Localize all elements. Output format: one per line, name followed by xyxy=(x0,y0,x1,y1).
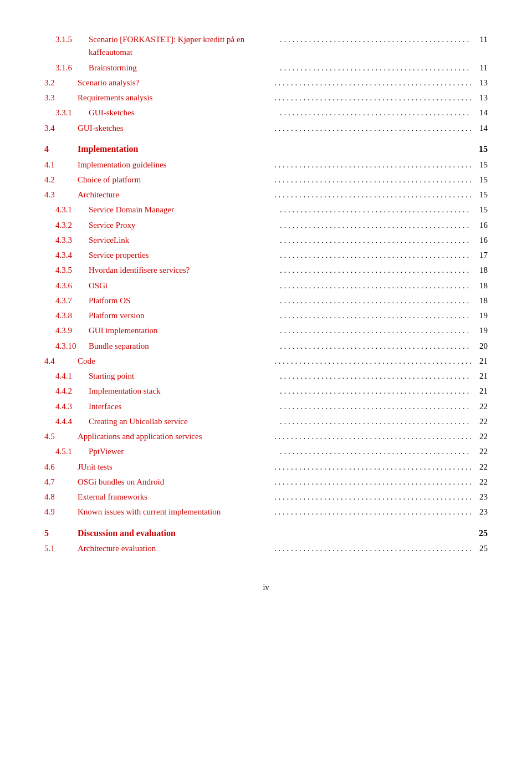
toc-dots-32 xyxy=(274,77,471,89)
toc-page-442: 21 xyxy=(471,385,488,398)
toc-page-432: 16 xyxy=(471,219,488,232)
toc-page-434: 17 xyxy=(471,249,488,262)
toc-number-439: 4.3.9 xyxy=(44,324,89,337)
toc-entry-315: 3.1.5 Scenario [FORKASTET]: Kjøper kredi… xyxy=(44,33,488,59)
toc-entry-435: 4.3.5 Hvordan identifisere services? 18 xyxy=(44,264,488,277)
toc-title-451: PptViewer xyxy=(89,445,280,458)
toc-entry-34: 3.4 GUI-sketches 14 xyxy=(44,122,488,135)
toc-number-433: 4.3.3 xyxy=(44,234,89,247)
toc-entry-41: 4.1 Implementation guidelines 15 xyxy=(44,159,488,171)
toc-number-438: 4.3.8 xyxy=(44,309,89,322)
page-label: iv xyxy=(44,583,488,592)
toc-entry-439: 4.3.9 GUI implementation 19 xyxy=(44,324,488,337)
toc-dots-33 xyxy=(274,91,471,104)
toc-entry-433: 4.3.3 ServiceLink 16 xyxy=(44,234,488,247)
toc-number-42: 4.2 xyxy=(44,174,78,186)
toc-page-439: 19 xyxy=(471,324,488,337)
toc-title-51: Architecture evaluation xyxy=(78,542,274,555)
toc-section-5: 5 Discussion and evaluation 25 xyxy=(44,527,488,541)
toc-entry-431: 4.3.1 Service Domain Manager 15 xyxy=(44,203,488,216)
toc-number-47: 4.7 xyxy=(44,476,78,488)
toc-title-4310: Bundle separation xyxy=(89,340,280,353)
toc-page-49: 23 xyxy=(471,506,488,518)
toc-entry-49: 4.9 Known issues with current implementa… xyxy=(44,506,488,518)
toc-number-437: 4.3.7 xyxy=(44,294,89,307)
section-5-page: 25 xyxy=(471,527,488,541)
toc-page-4310: 20 xyxy=(471,340,488,353)
toc-title-441: Starting point xyxy=(89,370,280,383)
toc-number-43: 4.3 xyxy=(44,189,78,201)
toc-page-47: 22 xyxy=(471,476,488,488)
toc-number-431: 4.3.1 xyxy=(44,203,89,216)
toc-title-331: GUI-sketches xyxy=(89,106,280,119)
toc-title-443: Interfaces xyxy=(89,400,280,413)
toc-page-43: 15 xyxy=(471,189,488,201)
toc-entry-432: 4.3.2 Service Proxy 16 xyxy=(44,219,488,232)
toc-number-432: 4.3.2 xyxy=(44,219,89,232)
toc-page-42: 15 xyxy=(471,174,488,186)
toc-number-41: 4.1 xyxy=(44,159,78,171)
toc-dots-42 xyxy=(274,174,471,186)
toc-dots-433 xyxy=(280,234,471,247)
toc-page-441: 21 xyxy=(471,370,488,383)
toc-entry-437: 4.3.7 Platform OS 18 xyxy=(44,294,488,307)
toc-number-316: 3.1.6 xyxy=(44,62,89,74)
toc-number-442: 4.4.2 xyxy=(44,385,89,398)
toc-title-444: Creating an Ubicollab service xyxy=(89,415,280,428)
toc-entry-444: 4.4.4 Creating an Ubicollab service 22 xyxy=(44,415,488,428)
toc-title-432: Service Proxy xyxy=(89,219,280,232)
toc-title-41: Implementation guidelines xyxy=(78,159,274,171)
toc-number-33: 3.3 xyxy=(44,91,78,104)
toc-dots-431 xyxy=(280,203,471,216)
toc-page-32: 13 xyxy=(471,77,488,89)
toc-title-316: Brainstorming xyxy=(89,62,280,74)
toc-number-315: 3.1.5 xyxy=(44,33,89,46)
toc-title-48: External frameworks xyxy=(78,491,274,503)
toc-page-443: 22 xyxy=(471,400,488,413)
toc-dots-45 xyxy=(274,430,471,443)
toc-title-47: OSGi bundles on Android xyxy=(78,476,274,488)
toc-entry-32: 3.2 Scenario analysis? 13 xyxy=(44,77,488,89)
toc-page-331: 14 xyxy=(471,106,488,119)
toc-title-49: Known issues with current implementation xyxy=(78,506,274,518)
toc-title-431: Service Domain Manager xyxy=(89,203,280,216)
toc-dots-43 xyxy=(274,189,471,201)
toc-page-33: 13 xyxy=(471,91,488,104)
toc-number-443: 4.4.3 xyxy=(44,400,89,413)
toc-title-315: Scenario [FORKASTET]: Kjøper kreditt på … xyxy=(89,33,280,59)
toc-title-437: Platform OS xyxy=(89,294,280,307)
toc-dots-46 xyxy=(274,461,471,473)
toc-entry-51: 5.1 Architecture evaluation 25 xyxy=(44,542,488,555)
toc-dots-451 xyxy=(280,445,471,458)
toc-number-444: 4.4.4 xyxy=(44,415,89,428)
toc-page-48: 23 xyxy=(471,491,488,503)
toc-number-49: 4.9 xyxy=(44,506,78,518)
toc-dots-437 xyxy=(280,294,471,307)
toc-title-42: Choice of platform xyxy=(78,174,274,186)
toc-title-435: Hvordan identifisere services? xyxy=(89,264,280,277)
toc-entry-48: 4.8 External frameworks 23 xyxy=(44,491,488,503)
toc-dots-435 xyxy=(280,264,471,277)
toc-section-4: 4 Implementation 15 xyxy=(44,142,488,156)
toc-dots-41 xyxy=(274,159,471,171)
toc-dots-331 xyxy=(280,106,471,119)
toc-number-436: 4.3.6 xyxy=(44,279,89,292)
toc-number-46: 4.6 xyxy=(44,461,78,473)
toc-title-43: Architecture xyxy=(78,189,274,201)
toc-dots-48 xyxy=(274,491,471,503)
section-5-number: 5 xyxy=(44,527,78,541)
toc-page-51: 25 xyxy=(471,542,488,555)
toc-title-44: Code xyxy=(78,355,274,368)
toc-page-46: 22 xyxy=(471,461,488,473)
toc-dots-34 xyxy=(274,122,471,135)
toc-dots-438 xyxy=(280,309,471,322)
section-5-title: Discussion and evaluation xyxy=(78,527,471,541)
toc-title-34: GUI-sketches xyxy=(78,122,274,135)
toc-dots-444 xyxy=(280,415,471,428)
toc-dots-316 xyxy=(280,62,471,74)
toc-page-433: 16 xyxy=(471,234,488,247)
toc-number-331: 3.3.1 xyxy=(44,106,89,119)
toc-title-46: JUnit tests xyxy=(78,461,274,473)
toc-title-433: ServiceLink xyxy=(89,234,280,247)
toc-number-441: 4.4.1 xyxy=(44,370,89,383)
